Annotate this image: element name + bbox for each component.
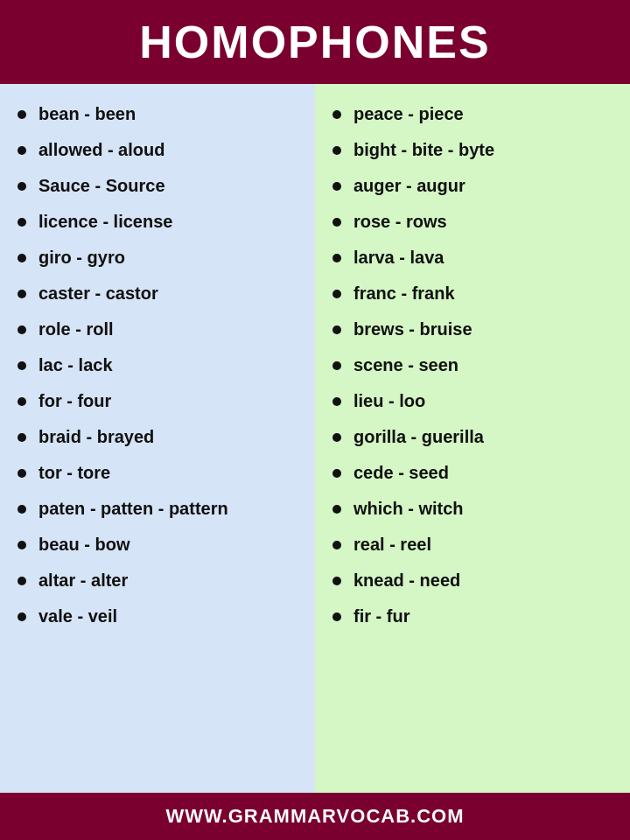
left-column: bean - beenallowed - aloudSauce - Source…	[0, 84, 315, 793]
homophone-pair: Sauce - Source	[38, 176, 165, 196]
homophone-pair: cede - seed	[354, 463, 449, 483]
bullet-icon	[18, 577, 26, 585]
bullet-icon	[332, 182, 341, 191]
list-item: scene - seen	[332, 347, 612, 383]
homophone-pair: fir - fur	[354, 606, 410, 626]
bullet-icon	[332, 290, 341, 298]
list-item: altar - alter	[18, 563, 298, 598]
bullet-icon	[332, 505, 341, 514]
page-title: HOMOPHONES	[0, 0, 630, 84]
content-area: bean - beenallowed - aloudSauce - Source…	[0, 84, 630, 793]
homophone-pair: bight - bite - byte	[354, 140, 494, 160]
right-column: peace - piecebight - bite - byteauger - …	[315, 84, 630, 793]
bullet-icon	[18, 505, 26, 514]
homophone-pair: franc - frank	[354, 284, 455, 304]
bullet-icon	[332, 541, 341, 550]
list-item: which - witch	[332, 491, 612, 527]
bullet-icon	[332, 254, 341, 262]
bullet-icon	[18, 433, 26, 442]
bullet-icon	[18, 110, 26, 119]
bullet-icon	[18, 146, 26, 155]
bullet-icon	[18, 541, 26, 550]
homophone-pair: real - reel	[354, 535, 431, 555]
list-item: tor - tore	[18, 455, 298, 491]
list-item: paten - patten - pattern	[18, 491, 298, 527]
list-item: knead - need	[332, 563, 612, 598]
homophone-pair: knead - need	[354, 570, 460, 591]
homophone-pair: lac - lack	[38, 355, 113, 375]
homophone-pair: vale - veil	[38, 606, 117, 626]
bullet-icon	[332, 612, 341, 621]
homophone-pair: brews - bruise	[354, 319, 472, 340]
list-item: real - reel	[332, 527, 612, 563]
bullet-icon	[332, 469, 341, 478]
list-item: gorilla - guerilla	[332, 419, 612, 455]
homophone-pair: braid - brayed	[38, 427, 154, 447]
homophone-pair: scene - seen	[354, 355, 458, 375]
list-item: bean - been	[18, 96, 298, 132]
bullet-icon	[332, 397, 341, 406]
homophone-pair: auger - augur	[354, 176, 466, 196]
list-item: bight - bite - byte	[332, 132, 612, 168]
footer-url: WWW.GRAMMARVOCAB.COM	[0, 793, 630, 840]
list-item: lieu - loo	[332, 383, 612, 419]
homophone-pair: caster - castor	[38, 284, 158, 304]
bullet-icon	[332, 577, 341, 585]
list-item: auger - augur	[332, 168, 612, 204]
list-item: cede - seed	[332, 455, 612, 491]
bullet-icon	[18, 469, 26, 478]
bullet-icon	[332, 110, 341, 119]
bullet-icon	[18, 254, 26, 262]
list-item: allowed - aloud	[18, 132, 298, 168]
bullet-icon	[18, 326, 26, 334]
list-item: giro - gyro	[18, 240, 298, 276]
list-item: caster - castor	[18, 276, 298, 312]
bullet-icon	[332, 146, 341, 155]
homophone-pair: giro - gyro	[38, 248, 125, 268]
homophone-pair: paten - patten - pattern	[38, 499, 228, 519]
homophone-pair: larva - lava	[354, 248, 444, 268]
list-item: fir - fur	[332, 598, 612, 634]
list-item: larva - lava	[332, 240, 612, 276]
homophone-pair: allowed - aloud	[38, 140, 164, 160]
homophone-pair: gorilla - guerilla	[354, 427, 484, 447]
list-item: brews - bruise	[332, 312, 612, 347]
homophone-pair: peace - piece	[354, 104, 464, 124]
list-item: vale - veil	[18, 598, 298, 634]
list-item: lac - lack	[18, 347, 298, 383]
list-item: franc - frank	[332, 276, 612, 312]
homophone-pair: beau - bow	[38, 535, 130, 555]
homophone-pair: bean - been	[38, 104, 136, 124]
homophone-pair: lieu - loo	[354, 391, 425, 411]
bullet-icon	[18, 361, 26, 370]
bullet-icon	[332, 326, 341, 334]
list-item: Sauce - Source	[18, 168, 298, 204]
bullet-icon	[332, 433, 341, 442]
bullet-icon	[18, 218, 26, 227]
bullet-icon	[18, 182, 26, 191]
bullet-icon	[18, 397, 26, 406]
list-item: peace - piece	[332, 96, 612, 132]
bullet-icon	[18, 290, 26, 298]
homophone-pair: role - roll	[38, 319, 114, 340]
homophone-pair: tor - tore	[38, 463, 110, 483]
homophone-pair: rose - rows	[354, 212, 447, 232]
homophone-pair: for - four	[38, 391, 111, 411]
list-item: for - four	[18, 383, 298, 419]
homophone-pair: altar - alter	[38, 570, 128, 591]
bullet-icon	[332, 361, 341, 370]
bullet-icon	[332, 218, 341, 227]
list-item: licence - license	[18, 204, 298, 240]
homophone-pair: licence - license	[38, 212, 172, 232]
list-item: braid - brayed	[18, 419, 298, 455]
list-item: role - roll	[18, 312, 298, 347]
homophone-pair: which - witch	[354, 499, 464, 519]
bullet-icon	[18, 612, 26, 621]
list-item: rose - rows	[332, 204, 612, 240]
list-item: beau - bow	[18, 527, 298, 563]
